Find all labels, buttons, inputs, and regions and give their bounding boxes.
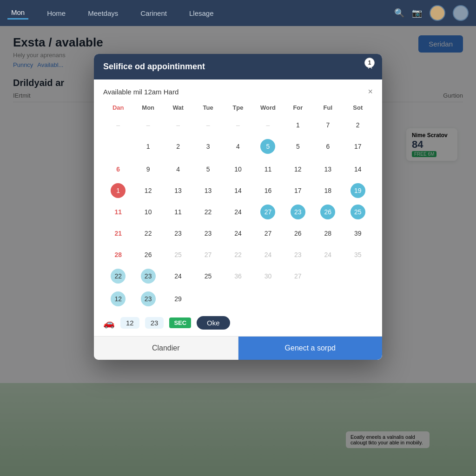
cal-cell[interactable]: 13 bbox=[193, 180, 223, 201]
cal-cell[interactable]: 24 bbox=[223, 202, 253, 222]
search-icon[interactable]: 🔍 bbox=[394, 8, 404, 18]
nav-item-meetdays[interactable]: Meetdays bbox=[84, 7, 122, 19]
cal-cell[interactable]: 13 bbox=[163, 180, 193, 201]
cal-cell-23-teal[interactable]: 23 bbox=[283, 202, 313, 222]
cal-cell-27-teal[interactable]: 27 bbox=[253, 202, 283, 222]
cal-cell-dimmed[interactable]: 22 bbox=[223, 245, 253, 265]
cal-cell[interactable]: 23 bbox=[193, 223, 223, 244]
nav-right: 🔍 📷 bbox=[394, 5, 469, 21]
sub-title: Available mil 12am Hard bbox=[103, 88, 178, 96]
cal-cell-red-21[interactable]: 21 bbox=[103, 223, 133, 244]
cal-cell[interactable]: – bbox=[223, 115, 253, 135]
cal-cell[interactable]: 6 bbox=[313, 136, 343, 158]
cal-cell-dimmed[interactable]: 36 bbox=[223, 266, 253, 288]
cal-cell-dimmed[interactable]: 23 bbox=[283, 245, 313, 265]
cal-cell[interactable]: – bbox=[193, 115, 223, 135]
sub-close-button[interactable]: × bbox=[368, 87, 373, 97]
modal: Selifice od appointinment × 1 Available … bbox=[94, 54, 382, 360]
cal-cell-26-teal[interactable]: 26 bbox=[313, 202, 343, 222]
cal-cell[interactable]: 27 bbox=[253, 223, 283, 244]
cal-cell[interactable]: 39 bbox=[343, 223, 373, 244]
cal-cell[interactable]: 29 bbox=[163, 289, 193, 311]
avatar-2[interactable] bbox=[453, 5, 469, 21]
cal-cell[interactable] bbox=[343, 266, 373, 288]
cal-cell-25-teal[interactable]: 25 bbox=[343, 202, 373, 222]
cal-cell[interactable]: 11 bbox=[253, 159, 283, 179]
confirm-button[interactable]: Genect a sorpd bbox=[238, 337, 383, 360]
cal-cell[interactable]: – bbox=[133, 115, 163, 135]
oke-button[interactable]: Oke bbox=[197, 316, 230, 330]
cal-cell-dimmed[interactable]: 24 bbox=[313, 245, 343, 265]
cal-cell[interactable]: 24 bbox=[163, 266, 193, 288]
day-name-mon: Mon bbox=[133, 102, 163, 113]
cal-cell-dimmed[interactable]: 35 bbox=[343, 245, 373, 265]
cal-cell-dimmed[interactable]: 30 bbox=[253, 266, 283, 288]
cal-cell-5-teal[interactable]: 5 bbox=[253, 136, 283, 158]
cal-row-4: 11 10 11 22 24 27 23 26 25 bbox=[103, 202, 373, 222]
cal-cell-range-23b[interactable]: 23 bbox=[133, 289, 163, 311]
cal-cell bbox=[193, 289, 223, 311]
cal-cell[interactable]: 5 bbox=[283, 136, 313, 158]
cal-cell[interactable]: 10 bbox=[133, 202, 163, 222]
cal-cell[interactable]: 5 bbox=[193, 159, 223, 179]
cancel-button[interactable]: Clandier bbox=[94, 337, 238, 360]
cal-cell[interactable]: 22 bbox=[193, 202, 223, 222]
cal-cell[interactable]: 25 bbox=[193, 266, 223, 288]
cal-cell[interactable]: – bbox=[163, 115, 193, 135]
cal-cell-range-22[interactable]: 22 bbox=[103, 266, 133, 288]
day-name-dan: Dan bbox=[103, 102, 133, 113]
cal-cell-red-11[interactable]: 11 bbox=[103, 202, 133, 222]
cal-cell-range-12[interactable]: 12 bbox=[103, 289, 133, 311]
cal-cell-dimmed[interactable]: 25 bbox=[163, 245, 193, 265]
cal-cell[interactable]: 2 bbox=[343, 115, 373, 135]
cal-cell[interactable]: 12 bbox=[133, 180, 163, 201]
cal-cell[interactable]: 11 bbox=[163, 202, 193, 222]
cal-cell[interactable]: 4 bbox=[163, 159, 193, 179]
cal-cell[interactable]: 16 bbox=[253, 180, 283, 201]
cal-cell[interactable]: 1 bbox=[133, 136, 163, 158]
cal-cell[interactable]: 7 bbox=[313, 115, 343, 135]
cal-cell[interactable]: 18 bbox=[313, 180, 343, 201]
cal-cell[interactable]: 17 bbox=[343, 136, 373, 158]
cal-cell-dimmed[interactable]: 27 bbox=[193, 245, 223, 265]
cal-cell[interactable]: 28 bbox=[313, 223, 343, 244]
nav-item-llesage[interactable]: Llesage bbox=[185, 7, 218, 19]
cal-cell-red-6[interactable]: 6 bbox=[103, 159, 133, 179]
cal-cell[interactable]: 4 bbox=[223, 136, 253, 158]
cal-cell[interactable]: 26 bbox=[283, 223, 313, 244]
cal-cell[interactable] bbox=[313, 266, 343, 288]
camera-icon[interactable]: 📷 bbox=[412, 8, 422, 18]
cal-cell[interactable]: 26 bbox=[133, 245, 163, 265]
cal-cell[interactable]: 22 bbox=[133, 223, 163, 244]
cal-cell bbox=[343, 289, 373, 311]
cal-cell[interactable]: 17 bbox=[283, 180, 313, 201]
cal-cell[interactable]: – bbox=[103, 115, 133, 135]
cal-cell[interactable]: 23 bbox=[163, 223, 193, 244]
avatar-1[interactable] bbox=[430, 5, 445, 21]
cal-cell bbox=[313, 289, 343, 311]
cal-cell[interactable]: 2 bbox=[163, 136, 193, 158]
cal-cell[interactable]: 9 bbox=[133, 159, 163, 179]
cal-cell[interactable]: 12 bbox=[283, 159, 313, 179]
cal-row-8: 12 23 29 bbox=[103, 289, 373, 311]
day-name-word: Word bbox=[253, 102, 283, 113]
cal-cell[interactable]: 1 bbox=[283, 115, 313, 135]
cal-cell[interactable]: 14 bbox=[343, 159, 373, 179]
cal-cell-dimmed[interactable]: 27 bbox=[283, 266, 313, 288]
cal-cell-red-28[interactable]: 28 bbox=[103, 245, 133, 265]
cal-cell[interactable]: 10 bbox=[223, 159, 253, 179]
nav-item-mon[interactable]: Mon bbox=[7, 7, 28, 20]
cal-cell-range-23[interactable]: 23 bbox=[133, 266, 163, 288]
cal-cell[interactable] bbox=[103, 136, 133, 158]
cal-cell-19-teal[interactable]: 19 bbox=[343, 180, 373, 201]
nav-item-home[interactable]: Home bbox=[43, 7, 69, 19]
cal-cell-red-1[interactable]: 1 bbox=[103, 180, 133, 201]
cal-cell[interactable]: 3 bbox=[193, 136, 223, 158]
nav-item-carinent[interactable]: Carinent bbox=[137, 7, 171, 19]
cal-cell[interactable]: – bbox=[253, 115, 283, 135]
cal-cell[interactable]: 24 bbox=[223, 223, 253, 244]
cal-cell[interactable]: 14 bbox=[223, 180, 253, 201]
cal-row-3: 1 12 13 13 14 16 17 18 19 bbox=[103, 180, 373, 201]
cal-cell-dimmed[interactable]: 24 bbox=[253, 245, 283, 265]
cal-cell[interactable]: 13 bbox=[313, 159, 343, 179]
